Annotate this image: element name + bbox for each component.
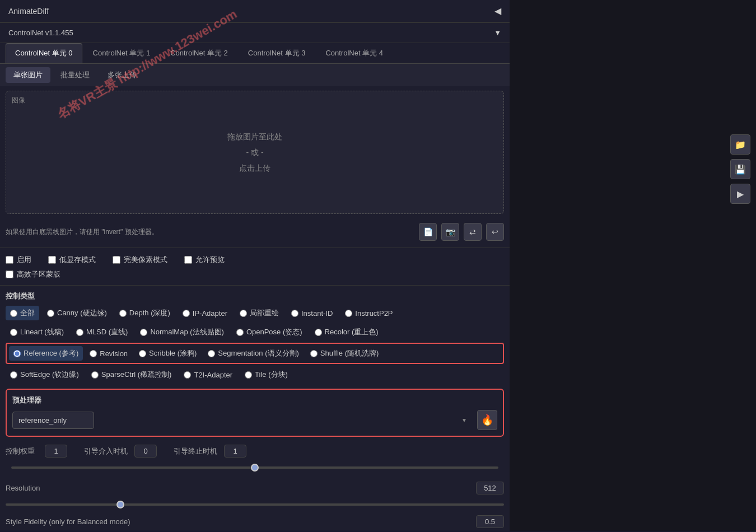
radio-t2i-adapter[interactable]: T2I-Adapter: [179, 367, 237, 382]
radio-scribble[interactable]: Scribble (涂鸦): [134, 346, 201, 361]
info-bar: 如果使用白底黑线图片，请使用 "invert" 预处理器。 📄 📷 ⇄ ↩: [0, 218, 510, 245]
sliders-container: 控制权重 1 引导介入时机 0 引导终止时机 1: [0, 441, 510, 478]
controlnet-arrow[interactable]: ▼: [494, 29, 501, 37]
efficient-mask-checkbox[interactable]: 高效子区蒙版: [6, 269, 504, 279]
animatediff-section[interactable]: AnimateDiff ◀: [0, 0, 510, 22]
radio-instant-id[interactable]: Instant-ID: [287, 306, 337, 320]
tab-unit-4[interactable]: ControlNet 单元 4: [316, 43, 393, 63]
resolution-label: Resolution: [6, 484, 40, 492]
control-type-label: 控制类型: [0, 288, 510, 304]
radio-shuffle[interactable]: Shuffle (随机洗牌): [306, 346, 384, 361]
radio-sparsectrl[interactable]: SparseCtrl (稀疏控制): [87, 367, 176, 382]
low-vram-input[interactable]: [48, 256, 56, 264]
radio-grid-row2: Lineart (线稿) MLSD (直线) NormalMap (法线贴图) …: [0, 323, 510, 342]
style-fidelity-label: Style Fidelity (only for Balanced mode): [6, 517, 130, 526]
radio-grid-row4: SoftEdge (软边缘) SparseCtrl (稀疏控制) T2I-Ada…: [0, 365, 510, 384]
save-icon-btn[interactable]: 💾: [730, 159, 750, 179]
upload-drop-text: 拖放图片至此处 - 或 - 点击上传: [227, 129, 282, 176]
pixel-perfect-label: 完美像素模式: [124, 255, 167, 265]
pixel-perfect-input[interactable]: [113, 256, 120, 264]
radio-revision[interactable]: Revision: [85, 346, 132, 361]
next-icon-btn[interactable]: ▶: [730, 184, 750, 204]
controlnet-header: ControlNet v1.1.455 ▼: [0, 22, 510, 43]
animatediff-arrow: ◀: [494, 6, 501, 16]
efficient-mask-label: 高效子区蒙版: [17, 269, 60, 279]
radio-softedge[interactable]: SoftEdge (软边缘): [6, 367, 83, 382]
guidance-end-label: 引导终止时机: [174, 446, 218, 456]
upload-label: 图像: [12, 96, 25, 105]
highlight-radio-row: Reference (参考) Revision Scribble (涂鸦) Se…: [6, 343, 504, 364]
radio-instructp2p[interactable]: InstructP2P: [340, 306, 397, 320]
guidance-start-value: 0: [134, 445, 157, 458]
resolution-slider-row: [0, 498, 510, 512]
radio-lineart[interactable]: Lineart (线稿): [6, 325, 68, 339]
invert-info-text: 如果使用白底黑线图片，请使用 "invert" 预处理器。: [6, 227, 158, 237]
enable-input[interactable]: [6, 256, 13, 264]
radio-normalmap[interactable]: NormalMap (法线贴图): [136, 325, 228, 339]
undo-icon-btn[interactable]: ↩: [486, 223, 504, 241]
guidance-start-label: 引导介入时机: [84, 446, 129, 456]
guidance-end-value: 1: [224, 445, 246, 458]
radio-reference[interactable]: Reference (参考): [9, 346, 83, 361]
tab-unit-2[interactable]: ControlNet 单元 2: [161, 43, 237, 63]
preprocessor-label: 预处理器: [12, 395, 497, 405]
low-vram-checkbox[interactable]: 低显存模式: [48, 255, 96, 265]
radio-inpaint[interactable]: 局部重绘: [235, 306, 283, 320]
tab-unit-0[interactable]: ControlNet 单元 0: [6, 43, 82, 63]
radio-all[interactable]: 全部: [6, 306, 39, 320]
sub-tab-batch[interactable]: 批量处理: [53, 67, 97, 83]
preprocessor-section: 预处理器 reference_only reference_adain refe…: [6, 389, 504, 437]
right-panel: 📁 💾 ▶: [510, 0, 756, 531]
controlnet-tabs: ControlNet 单元 0 ControlNet 单元 1 ControlN…: [0, 43, 510, 64]
allow-preview-checkbox[interactable]: 允许预览: [184, 255, 225, 265]
control-weight-slider[interactable]: [11, 466, 498, 469]
image-upload-area[interactable]: 图像 拖放图片至此处 - 或 - 点击上传: [6, 91, 504, 214]
sub-tab-single[interactable]: 单张图片: [6, 67, 50, 83]
style-fidelity-value: 0.5: [476, 515, 504, 528]
efficient-mask-input[interactable]: [6, 270, 13, 278]
radio-openpose[interactable]: OpenPose (姿态): [232, 325, 307, 339]
low-vram-label: 低显存模式: [59, 255, 96, 265]
camera-icon-btn[interactable]: 📷: [441, 223, 459, 241]
control-weight-label: 控制权重: [6, 446, 39, 456]
controlnet-title: ControlNet v1.1.455: [8, 29, 73, 37]
preprocessor-dropdown[interactable]: reference_only reference_adain reference…: [12, 412, 94, 429]
sub-tab-multi[interactable]: 多张上传: [100, 67, 144, 83]
swap-icon-btn[interactable]: ⇄: [464, 223, 482, 241]
tab-unit-1[interactable]: ControlNet 单元 1: [83, 43, 160, 63]
sub-tabs: 单张图片 批量处理 多张上传: [0, 64, 510, 86]
preprocessor-select-wrapper: reference_only reference_adain reference…: [12, 412, 473, 429]
radio-tile[interactable]: Tile (分块): [240, 367, 292, 382]
right-side-icons: 📁 💾 ▶: [730, 134, 750, 204]
preprocessor-select-row: reference_only reference_adain reference…: [12, 410, 497, 430]
radio-recolor[interactable]: Recolor (重上色): [310, 325, 383, 339]
radio-canny[interactable]: Canny (硬边缘): [43, 306, 111, 320]
resolution-row: Resolution 512: [0, 478, 510, 498]
pixel-perfect-checkbox[interactable]: 完美像素模式: [113, 255, 167, 265]
radio-grid-row1: 全部 Canny (硬边缘) Depth (深度) IP-Adapter 局部重…: [0, 304, 510, 323]
checkboxes-row: 启用 低显存模式 完美像素模式 允许预览: [0, 250, 510, 269]
animatediff-title: AnimateDiff: [8, 7, 49, 16]
radio-ip-adapter[interactable]: IP-Adapter: [178, 306, 232, 320]
resolution-value: 512: [476, 482, 504, 494]
paste-icon-btn[interactable]: 📄: [419, 223, 437, 241]
extra-checkbox-row: 高效子区蒙版: [0, 269, 510, 283]
control-weight-slider-row: [6, 460, 504, 475]
radio-mlsd[interactable]: MLSD (直线): [72, 325, 132, 339]
radio-segmentation[interactable]: Segmentation (语义分割): [203, 346, 304, 361]
style-fidelity-row: Style Fidelity (only for Balanced mode) …: [0, 512, 510, 531]
enable-label: 启用: [17, 255, 31, 265]
enable-checkbox[interactable]: 启用: [6, 255, 31, 265]
control-weight-value: 1: [45, 445, 67, 458]
folder-icon-btn[interactable]: 📁: [730, 134, 750, 155]
radio-depth[interactable]: Depth (深度): [115, 306, 175, 320]
allow-preview-input[interactable]: [184, 256, 192, 264]
fire-button[interactable]: 🔥: [477, 410, 497, 430]
allow-preview-label: 允许预览: [195, 255, 225, 265]
tab-unit-3[interactable]: ControlNet 单元 3: [239, 43, 315, 63]
resolution-slider[interactable]: [6, 503, 504, 506]
